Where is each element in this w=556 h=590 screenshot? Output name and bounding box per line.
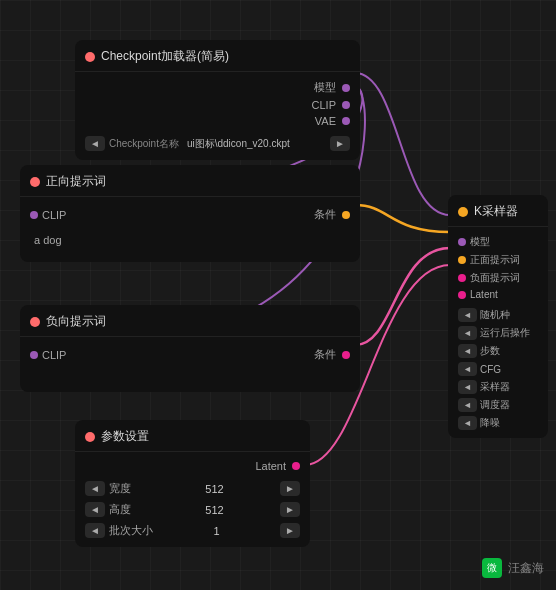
ksampler-control-steps: ◄ 步数 xyxy=(458,342,538,360)
positive-clip-connector xyxy=(30,211,38,219)
checkpoint-next-btn[interactable]: ► xyxy=(330,136,350,151)
positive-condition-label: 条件 xyxy=(314,207,336,222)
checkpoint-model-connector xyxy=(342,84,350,92)
negative-status-dot xyxy=(30,317,40,327)
checkpoint-model-port: 模型 xyxy=(85,78,350,97)
ksampler-latent-label: Latent xyxy=(470,289,498,300)
negative-condition-label: 条件 xyxy=(314,347,336,362)
wechat-icon: 微 xyxy=(482,558,502,578)
checkpoint-body: 模型 CLIP VAE ◄ Checkpoint名称 ui图标\ddicon_v… xyxy=(75,72,360,160)
cfg-btn[interactable]: ◄ xyxy=(458,362,477,376)
params-latent-port: Latent xyxy=(85,458,300,474)
positive-prompt-node: 正向提示词 CLIP 条件 a dog xyxy=(20,165,360,262)
checkpoint-title: Checkpoint加载器(简易) xyxy=(101,48,229,65)
positive-text-content: a dog xyxy=(30,226,350,256)
ksampler-control-cfg: ◄ CFG xyxy=(458,360,538,378)
ksampler-control-seed: ◄ 随机种 xyxy=(458,306,538,324)
params-latent-label: Latent xyxy=(255,460,286,472)
positive-clip-port: CLIP xyxy=(30,207,66,223)
cfg-label: CFG xyxy=(480,364,501,375)
negative-clip-row: CLIP 条件 xyxy=(30,343,350,366)
params-title: 参数设置 xyxy=(101,428,149,445)
positive-body: CLIP 条件 a dog xyxy=(20,197,360,262)
denoise-btn[interactable]: ◄ xyxy=(458,416,477,430)
checkpoint-model-label: 模型 xyxy=(314,80,336,95)
ksampler-node: K采样器 模型 正面提示词 负面提示词 Latent ◄ 随机种 ◄ 运行后操作 xyxy=(448,195,548,438)
steps-btn[interactable]: ◄ xyxy=(458,344,477,358)
ksampler-status-dot xyxy=(458,207,468,217)
denoise-label: 降噪 xyxy=(480,416,500,430)
params-status-dot xyxy=(85,432,95,442)
ksampler-model-label: 模型 xyxy=(470,235,490,249)
batch-label: 批次大小 xyxy=(109,523,153,538)
postrun-label: 运行后操作 xyxy=(480,326,530,340)
ksampler-control-denoise: ◄ 降噪 xyxy=(458,414,538,432)
negative-body: CLIP 条件 xyxy=(20,337,360,392)
batch-value: 1 xyxy=(157,525,276,537)
checkpoint-name-label: Checkpoint名称 xyxy=(109,137,179,151)
ksampler-latent-in-connector xyxy=(458,291,466,299)
negative-clip-port: CLIP xyxy=(30,347,66,363)
ksampler-control-scheduler: ◄ 调度器 xyxy=(458,396,538,414)
width-next-btn[interactable]: ► xyxy=(280,481,300,496)
negative-header: 负向提示词 xyxy=(20,305,360,337)
batch-prev-btn[interactable]: ◄ xyxy=(85,523,105,538)
negative-condition-port: 条件 xyxy=(314,345,350,364)
sampler-label: 采样器 xyxy=(480,380,510,394)
height-value: 512 xyxy=(153,504,276,516)
params-width-row: ◄ 宽度 512 ► xyxy=(85,478,300,499)
scheduler-btn[interactable]: ◄ xyxy=(458,398,477,412)
positive-header: 正向提示词 xyxy=(20,165,360,197)
checkpoint-name-value: ui图标\ddicon_v20.ckpt xyxy=(187,137,326,151)
ksampler-title: K采样器 xyxy=(474,203,518,220)
width-prev-btn[interactable]: ◄ xyxy=(85,481,105,496)
ksampler-latent-port: Latent xyxy=(458,287,538,302)
ksampler-model-in-connector xyxy=(458,238,466,246)
positive-clip-label: CLIP xyxy=(42,209,66,221)
checkpoint-clip-label: CLIP xyxy=(312,99,336,111)
watermark: 微 汪鑫海 xyxy=(482,558,544,578)
checkpoint-status-dot xyxy=(85,52,95,62)
negative-clip-label: CLIP xyxy=(42,349,66,361)
batch-next-btn[interactable]: ► xyxy=(280,523,300,538)
positive-clip-row: CLIP 条件 xyxy=(30,203,350,226)
ksampler-negative-port: 负面提示词 xyxy=(458,269,538,287)
params-body: Latent ◄ 宽度 512 ► ◄ 高度 512 ► ◄ 批次大小 1 ► xyxy=(75,452,310,547)
checkpoint-header: Checkpoint加载器(简易) xyxy=(75,40,360,72)
positive-title: 正向提示词 xyxy=(46,173,106,190)
negative-clip-connector xyxy=(30,351,38,359)
negative-condition-connector xyxy=(342,351,350,359)
checkpoint-prev-btn[interactable]: ◄ xyxy=(85,136,105,151)
postrun-btn[interactable]: ◄ xyxy=(458,326,477,340)
checkpoint-node: Checkpoint加载器(简易) 模型 CLIP VAE ◄ Checkpoi… xyxy=(75,40,360,160)
checkpoint-name-row: ◄ Checkpoint名称 ui图标\ddicon_v20.ckpt ► xyxy=(85,133,350,154)
checkpoint-vae-connector xyxy=(342,117,350,125)
seed-btn[interactable]: ◄ xyxy=(458,308,477,322)
checkpoint-vae-label: VAE xyxy=(315,115,336,127)
steps-label: 步数 xyxy=(480,344,500,358)
ksampler-control-postrun: ◄ 运行后操作 xyxy=(458,324,538,342)
ksampler-positive-port: 正面提示词 xyxy=(458,251,538,269)
negative-text-content xyxy=(30,366,350,386)
positive-condition-port: 条件 xyxy=(314,205,350,224)
ksampler-control-sampler: ◄ 采样器 xyxy=(458,378,538,396)
ksampler-positive-in-connector xyxy=(458,256,466,264)
negative-title: 负向提示词 xyxy=(46,313,106,330)
height-prev-btn[interactable]: ◄ xyxy=(85,502,105,517)
width-label: 宽度 xyxy=(109,481,149,496)
params-height-row: ◄ 高度 512 ► xyxy=(85,499,300,520)
params-header: 参数设置 xyxy=(75,420,310,452)
params-latent-connector xyxy=(292,462,300,470)
ksampler-body: 模型 正面提示词 负面提示词 Latent ◄ 随机种 ◄ 运行后操作 ◄ 步数… xyxy=(448,227,548,438)
height-next-btn[interactable]: ► xyxy=(280,502,300,517)
width-value: 512 xyxy=(153,483,276,495)
checkpoint-vae-port: VAE xyxy=(85,113,350,129)
checkpoint-clip-port: CLIP xyxy=(85,97,350,113)
scheduler-label: 调度器 xyxy=(480,398,510,412)
sampler-btn[interactable]: ◄ xyxy=(458,380,477,394)
ksampler-header: K采样器 xyxy=(448,195,548,227)
ksampler-negative-label: 负面提示词 xyxy=(470,271,520,285)
params-batch-row: ◄ 批次大小 1 ► xyxy=(85,520,300,541)
ksampler-model-port: 模型 xyxy=(458,233,538,251)
positive-condition-connector xyxy=(342,211,350,219)
